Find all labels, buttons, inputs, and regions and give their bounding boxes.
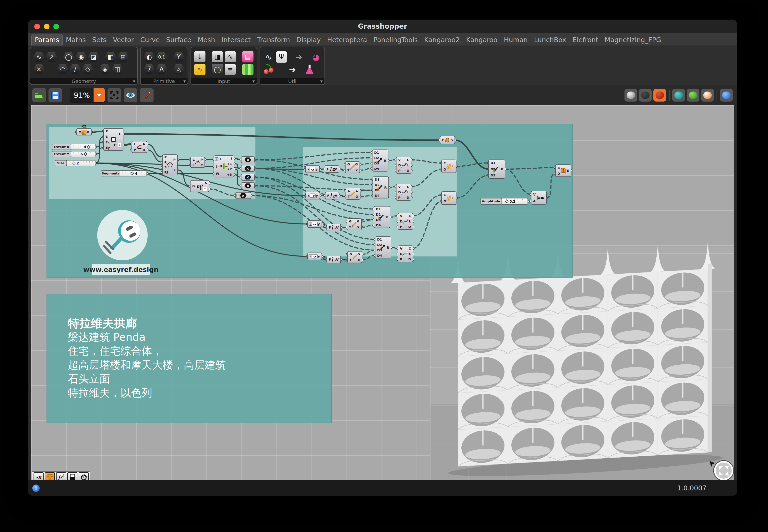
- open-file-button[interactable]: [32, 88, 46, 102]
- component-loft2[interactable]: COL: [440, 192, 457, 205]
- mesh-param-icon[interactable]: ⊞: [117, 51, 129, 63]
- component-poly[interactable]: PRSRfPL: [161, 155, 179, 175]
- import-icon[interactable]: ↓: [194, 51, 206, 63]
- expression-tool-button[interactable]: -x: [34, 472, 44, 481]
- component-n1[interactable]: xy-x: [304, 166, 321, 173]
- solver-timer-button[interactable]: [79, 472, 89, 481]
- component-m4[interactable]: GTGX: [346, 251, 363, 263]
- component-g3[interactable]: D1D2D3D4R: [373, 206, 391, 228]
- arc-param-icon[interactable]: ◠: [57, 64, 68, 75]
- slider-size[interactable]: Size2: [55, 160, 96, 166]
- definition-canvas[interactable]: www.easyref.design 特拉维夫拱廊 槃达建筑 Penda住宅，住…: [31, 105, 734, 480]
- component-n2[interactable]: xy-x: [304, 192, 321, 199]
- component-i4[interactable]: VDPCLD: [397, 246, 414, 262]
- graph-mapper-icon[interactable]: ∿: [225, 51, 236, 63]
- data-in-icon[interactable]: ➔: [293, 51, 304, 63]
- hidden-preview-button[interactable]: [639, 89, 652, 102]
- component-u1[interactable]: FVZ: [324, 165, 340, 173]
- tab-kangaroo2[interactable]: Kangaroo2: [421, 34, 463, 46]
- tab-magnetizing_fpg[interactable]: Magnetizing_FPG: [602, 34, 664, 46]
- tab-transform[interactable]: Transform: [254, 34, 293, 46]
- subd-param-icon[interactable]: ◫: [112, 64, 123, 75]
- info-icon[interactable]: !: [32, 485, 40, 492]
- component-xf[interactable]: Y×: [234, 192, 252, 199]
- component-m2[interactable]: GTGX: [345, 188, 361, 199]
- slider-amplitude[interactable]: Amplitude0.2: [481, 198, 529, 204]
- tab-surface[interactable]: Surface: [163, 34, 195, 46]
- preview-green-button[interactable]: [687, 89, 699, 102]
- circle-param-icon[interactable]: ◯: [63, 51, 74, 63]
- component-g2[interactable]: D1D2D3D4R: [372, 177, 390, 198]
- box-param-icon[interactable]: ◧: [105, 51, 116, 63]
- data-out-icon[interactable]: ➔: [287, 64, 298, 75]
- knob-icon[interactable]: ◯: [212, 64, 223, 75]
- component-m3[interactable]: GTGX: [346, 219, 363, 230]
- boolean-param-icon[interactable]: ◐: [143, 51, 155, 63]
- tab-display[interactable]: Display: [293, 34, 324, 46]
- preview-teal-button[interactable]: [672, 89, 685, 102]
- surface-param-icon[interactable]: ◈: [99, 64, 110, 75]
- zoom-dropdown-button[interactable]: [93, 88, 105, 102]
- component-g5[interactable]: D1D2D3R: [487, 160, 506, 178]
- component-n4[interactable]: Yxy-x: [306, 253, 323, 260]
- data-param-icon[interactable]: ◬: [173, 64, 184, 75]
- component-grid[interactable]: PSExEyC↓P: [102, 128, 124, 150]
- scribble-icon[interactable]: ∿: [194, 64, 206, 75]
- shaded-preview-button[interactable]: [653, 89, 666, 102]
- zoom-extents-button[interactable]: [107, 88, 121, 102]
- preview-blue-button[interactable]: [720, 89, 733, 102]
- tab-panelingtools[interactable]: PanelingTools: [370, 34, 421, 46]
- preview-orange-button[interactable]: [701, 89, 714, 102]
- tab-lunchbox[interactable]: LunchBox: [531, 34, 569, 46]
- preview-mode-button[interactable]: [67, 472, 77, 481]
- value-list-icon[interactable]: ≡: [225, 64, 236, 75]
- component-xz[interactable]: XZOP: [75, 125, 92, 136]
- plane-param-icon[interactable]: ◪: [88, 51, 99, 63]
- component-x2[interactable]: ×: [240, 165, 256, 172]
- component-m1[interactable]: GTGX: [344, 162, 361, 173]
- component-u3[interactable]: FVZ: [326, 224, 342, 231]
- component-g4[interactable]: D1D2D3D4R: [374, 237, 392, 258]
- component-u4[interactable]: FVZ: [326, 256, 342, 263]
- component-x4[interactable]: ×: [240, 183, 256, 189]
- line-param-icon[interactable]: ∕: [69, 64, 81, 75]
- galapagos-icon[interactable]: Ψ: [276, 51, 287, 63]
- component-series[interactable]: YLiWi+1+2+3iN: [213, 156, 235, 177]
- diamond-param-icon[interactable]: ◇: [82, 64, 93, 75]
- panel-icon[interactable]: ▤: [242, 51, 254, 63]
- component-eval[interactable]: CLPt: [189, 157, 206, 168]
- tab-curve[interactable]: Curve: [137, 34, 163, 46]
- cherry-picker-icon[interactable]: [263, 64, 274, 75]
- preview-toggle-button[interactable]: [124, 88, 137, 102]
- component-ext[interactable]: BDE: [554, 165, 572, 177]
- flask-icon[interactable]: [304, 64, 315, 75]
- wireframe-preview-button[interactable]: [625, 89, 637, 102]
- component-bnd[interactable]: ES: [439, 136, 456, 144]
- component-i1[interactable]: VDPCLD: [395, 157, 412, 173]
- tab-mesh[interactable]: Mesh: [195, 34, 218, 46]
- text-param-icon[interactable]: A: [156, 64, 167, 75]
- wire-display-button[interactable]: [56, 472, 66, 481]
- tab-sets[interactable]: Sets: [89, 34, 109, 46]
- transform-param-icon[interactable]: ×: [33, 64, 45, 75]
- tab-heteroptera[interactable]: Heteroptera: [324, 34, 370, 46]
- component-shift[interactable]: LPAB: [130, 141, 148, 153]
- slider-extent-x[interactable]: Extent X8: [52, 144, 96, 150]
- relay-icon[interactable]: ∿: [263, 51, 274, 63]
- tab-kangaroo[interactable]: Kangaroo: [463, 34, 500, 46]
- tab-intersect[interactable]: Intersect: [218, 34, 254, 46]
- component-i2[interactable]: VDPCLD: [395, 184, 412, 200]
- vector-param-icon[interactable]: ↗: [46, 51, 57, 63]
- component-g1[interactable]: D1D2D3D4R: [371, 150, 389, 171]
- component-i3[interactable]: VDPCLD: [397, 213, 414, 230]
- cluster-icon[interactable]: ◕: [310, 51, 322, 63]
- spiral-param-icon[interactable]: ◉: [75, 51, 87, 63]
- tab-params[interactable]: Params: [31, 34, 63, 46]
- paint-tool-button[interactable]: [45, 472, 55, 481]
- tab-vector[interactable]: Vector: [110, 34, 137, 46]
- component-amp[interactable]: VAV=A: [530, 191, 547, 204]
- zoom-level[interactable]: 91%: [70, 88, 93, 102]
- slider-extent-y[interactable]: Extent Y6: [52, 151, 96, 157]
- tab-elefront[interactable]: Elefront: [569, 34, 602, 46]
- sketch-tool-button[interactable]: [140, 88, 153, 102]
